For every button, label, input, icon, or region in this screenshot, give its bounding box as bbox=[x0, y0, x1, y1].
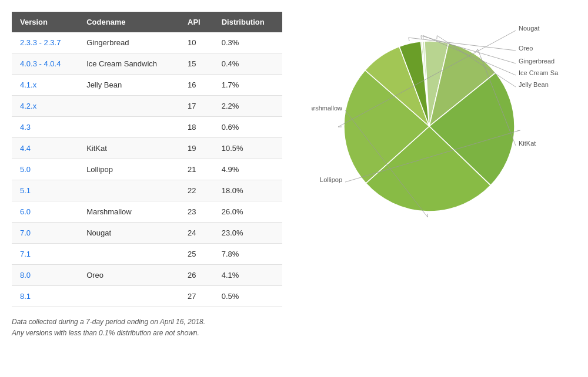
label-text-lollipop: Lollipop bbox=[320, 176, 342, 183]
cell-version: 5.0 bbox=[12, 159, 78, 180]
cell-codename: Nougat bbox=[78, 223, 179, 244]
cell-codename bbox=[78, 286, 179, 307]
cell-version: 4.1.x bbox=[12, 75, 78, 96]
col-header-codename: Codename bbox=[78, 12, 179, 32]
label-text-jelly-bean: Jelly Bean bbox=[519, 81, 549, 88]
cell-version: 8.1 bbox=[12, 286, 78, 307]
cell-api: 16 bbox=[179, 75, 213, 96]
footnote-line2: Any versions with less than 0.1% distrib… bbox=[12, 328, 282, 339]
label-text-gingerbread: Gingerbread bbox=[519, 58, 554, 65]
cell-codename: Lollipop bbox=[78, 159, 179, 180]
cell-api: 17 bbox=[179, 96, 213, 117]
cell-codename bbox=[78, 244, 179, 265]
cell-distribution: 10.5% bbox=[213, 138, 282, 159]
cell-version: 7.0 bbox=[12, 223, 78, 244]
table-row: 7.1257.8% bbox=[12, 244, 282, 265]
cell-distribution: 0.4% bbox=[213, 53, 282, 75]
table-row: 8.1270.5% bbox=[12, 286, 282, 307]
label-text-ice-cream-sandwich: Ice Cream Sandwich bbox=[519, 69, 559, 76]
footnote: Data collected during a 7-day period end… bbox=[12, 317, 282, 339]
col-header-api: API bbox=[179, 12, 213, 32]
table-header-row: Version Codename API Distribution bbox=[12, 12, 282, 32]
cell-distribution: 26.0% bbox=[213, 201, 282, 223]
col-header-version: Version bbox=[12, 12, 78, 32]
cell-distribution: 0.3% bbox=[213, 32, 282, 53]
cell-api: 21 bbox=[179, 159, 213, 180]
cell-api: 15 bbox=[179, 53, 213, 75]
cell-api: 23 bbox=[179, 201, 213, 223]
label-text-nougat: Nougat bbox=[519, 25, 539, 32]
cell-codename bbox=[78, 117, 179, 138]
cell-version: 4.3 bbox=[12, 117, 78, 138]
table-row: 4.1.xJelly Bean161.7% bbox=[12, 75, 282, 96]
cell-version: 4.2.x bbox=[12, 96, 78, 117]
cell-distribution: 4.9% bbox=[213, 159, 282, 180]
cell-api: 19 bbox=[179, 138, 213, 159]
pie-chart: NougatOreoGingerbreadIce Cream SandwichJ… bbox=[312, 18, 559, 229]
cell-codename: Marshmallow bbox=[78, 201, 179, 223]
footnote-line1: Data collected during a 7-day period end… bbox=[12, 317, 282, 328]
label-text-kitkat: KitKat bbox=[519, 140, 536, 147]
table-row: 5.12218.0% bbox=[12, 180, 282, 201]
cell-codename bbox=[78, 96, 179, 117]
main-container: Version Codename API Distribution 2.3.3 … bbox=[12, 12, 576, 339]
cell-distribution: 1.7% bbox=[213, 75, 282, 96]
table-row: 4.3180.6% bbox=[12, 117, 282, 138]
cell-version: 6.0 bbox=[12, 201, 78, 223]
cell-version: 4.0.3 - 4.0.4 bbox=[12, 53, 78, 75]
pie-chart-wrapper: NougatOreoGingerbreadIce Cream SandwichJ… bbox=[312, 18, 559, 229]
cell-api: 24 bbox=[179, 223, 213, 244]
cell-api: 25 bbox=[179, 244, 213, 265]
label-text-marshmallow: Marshmallow bbox=[312, 105, 342, 112]
distribution-table: Version Codename API Distribution 2.3.3 … bbox=[12, 12, 282, 307]
cell-codename: Ice Cream Sandwich bbox=[78, 53, 179, 75]
table-row: 8.0Oreo264.1% bbox=[12, 265, 282, 286]
cell-distribution: 4.1% bbox=[213, 265, 282, 286]
cell-api: 27 bbox=[179, 286, 213, 307]
cell-version: 5.1 bbox=[12, 180, 78, 201]
table-row: 7.0Nougat2423.0% bbox=[12, 223, 282, 244]
cell-codename: Oreo bbox=[78, 265, 179, 286]
table-section: Version Codename API Distribution 2.3.3 … bbox=[12, 12, 282, 339]
cell-api: 26 bbox=[179, 265, 213, 286]
cell-distribution: 0.5% bbox=[213, 286, 282, 307]
cell-api: 10 bbox=[179, 32, 213, 53]
col-header-distribution: Distribution bbox=[213, 12, 282, 32]
table-row: 4.4KitKat1910.5% bbox=[12, 138, 282, 159]
cell-version: 2.3.3 - 2.3.7 bbox=[12, 32, 78, 53]
cell-distribution: 7.8% bbox=[213, 244, 282, 265]
table-row: 2.3.3 - 2.3.7Gingerbread100.3% bbox=[12, 32, 282, 53]
cell-distribution: 0.6% bbox=[213, 117, 282, 138]
label-text-oreo: Oreo bbox=[519, 45, 533, 52]
cell-version: 8.0 bbox=[12, 265, 78, 286]
table-row: 4.2.x172.2% bbox=[12, 96, 282, 117]
cell-codename: KitKat bbox=[78, 138, 179, 159]
cell-distribution: 18.0% bbox=[213, 180, 282, 201]
cell-version: 7.1 bbox=[12, 244, 78, 265]
chart-section: NougatOreoGingerbreadIce Cream SandwichJ… bbox=[294, 12, 576, 229]
table-row: 6.0Marshmallow2326.0% bbox=[12, 201, 282, 223]
cell-api: 22 bbox=[179, 180, 213, 201]
cell-version: 4.4 bbox=[12, 138, 78, 159]
cell-codename: Gingerbread bbox=[78, 32, 179, 53]
cell-api: 18 bbox=[179, 117, 213, 138]
cell-codename bbox=[78, 180, 179, 201]
cell-distribution: 2.2% bbox=[213, 96, 282, 117]
table-row: 4.0.3 - 4.0.4Ice Cream Sandwich150.4% bbox=[12, 53, 282, 75]
cell-distribution: 23.0% bbox=[213, 223, 282, 244]
cell-codename: Jelly Bean bbox=[78, 75, 179, 96]
table-row: 5.0Lollipop214.9% bbox=[12, 159, 282, 180]
